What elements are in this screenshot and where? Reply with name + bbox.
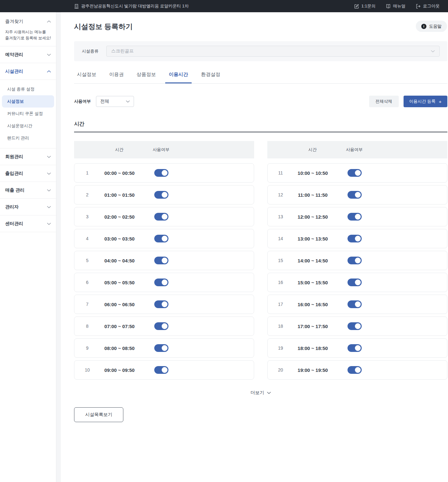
facility-submenu: 시설 종류 설정 시설정보 커뮤니티 쿠폰 설정 시설운영시간 핸드키 관리 <box>0 80 56 148</box>
sidebar-subitem-facility-info[interactable]: 시설정보 <box>2 95 54 108</box>
slot-number: 18 <box>268 324 293 329</box>
chevron-down-icon <box>431 50 435 52</box>
slot-enabled-toggle[interactable] <box>348 300 362 308</box>
time-slot-row: 12 11:00 ~ 11:50 <box>267 185 447 204</box>
logout-link[interactable]: 로그아웃 <box>416 3 440 9</box>
sidebar-item-access[interactable]: 출입관리 <box>0 165 56 182</box>
facility-type-select[interactable]: 스크린골프 <box>106 46 440 57</box>
slot-enabled-toggle[interactable] <box>348 169 362 177</box>
slot-enabled-toggle[interactable] <box>154 279 168 286</box>
slot-number: 2 <box>74 192 100 197</box>
slot-number: 17 <box>268 302 293 307</box>
chevron-up-icon <box>47 70 51 73</box>
slot-time-range: 12:00 ~ 12:50 <box>293 214 332 220</box>
slot-enabled-toggle[interactable] <box>154 191 168 199</box>
slot-time-range: 00:00 ~ 00:50 <box>100 170 139 176</box>
slot-enabled-toggle[interactable] <box>154 344 168 352</box>
sidebar-subitem-community-coupon[interactable]: 커뮤니티 쿠폰 설정 <box>2 108 54 120</box>
sidebar-subitem-facility-type[interactable]: 시설 종류 설정 <box>2 83 54 95</box>
sidebar-item-admin[interactable]: 관리자 <box>0 199 56 215</box>
sidebar: 즐겨찾기 자주 사용하시는 메뉴를 즐겨찾기로 등록해 보세요! 예약관리 시설… <box>0 12 56 482</box>
tab-product-info[interactable]: 상품정보 <box>137 71 156 83</box>
current-facility: 광주전남공동혁신도시 빛가람 대방엘리움 로얄카운티 1차 <box>74 3 189 9</box>
slot-enabled-toggle[interactable] <box>154 213 168 221</box>
sidebar-item-center[interactable]: 센터관리 <box>0 215 56 232</box>
tab-pass[interactable]: 이용권 <box>109 71 124 83</box>
sidebar-subitem-handkey[interactable]: 핸드키 관리 <box>2 132 54 144</box>
inquiry-link[interactable]: 1:1문의 <box>354 3 376 9</box>
plus-icon: + <box>439 99 442 104</box>
slot-time-range: 10:00 ~ 10:50 <box>293 170 332 176</box>
toggle-knob-icon <box>355 345 361 351</box>
tab-usage-time[interactable]: 이용시간 <box>165 71 192 83</box>
slot-enabled-toggle[interactable] <box>348 344 362 352</box>
slot-number: 20 <box>268 367 293 373</box>
slot-enabled-toggle[interactable] <box>348 257 362 264</box>
slot-enabled-toggle[interactable] <box>348 235 362 242</box>
sidebar-item-label: 관리자 <box>5 204 19 210</box>
tab-facility-info[interactable]: 시설정보 <box>77 71 96 83</box>
slot-enabled-toggle[interactable] <box>348 213 362 221</box>
slot-enabled-toggle[interactable] <box>154 169 168 177</box>
usage-filter-label: 사용여부 <box>74 99 91 104</box>
manual-link[interactable]: 매뉴얼 <box>386 3 405 9</box>
sidebar-subitem-operating-hours[interactable]: 시설운영시간 <box>2 120 54 132</box>
facility-name: 광주전남공동혁신도시 빛가람 대방엘리움 로얄카운티 1차 <box>81 3 189 9</box>
tab-environment[interactable]: 환경설정 <box>201 71 220 83</box>
slot-enabled-toggle[interactable] <box>154 366 168 374</box>
time-slot-row: 13 12:00 ~ 12:50 <box>267 207 447 226</box>
table-header: 시간 사용여부 <box>74 141 254 158</box>
sidebar-item-label: 매출 관리 <box>5 187 24 193</box>
facility-type-label: 시설종류 <box>82 48 99 54</box>
slot-enabled-toggle[interactable] <box>348 366 362 374</box>
chevron-down-icon <box>126 100 130 103</box>
slot-enabled-toggle[interactable] <box>154 257 168 264</box>
slot-enabled-toggle[interactable] <box>154 300 168 308</box>
register-usage-time-button[interactable]: 이용시간 등록 + <box>404 96 447 107</box>
slot-enabled-toggle[interactable] <box>348 279 362 286</box>
time-slot-row: 9 08:00 ~ 08:50 <box>74 338 254 358</box>
time-slot-row: 19 18:00 ~ 18:50 <box>267 338 447 358</box>
toggle-knob-icon <box>162 192 167 198</box>
slot-enabled-toggle[interactable] <box>348 322 362 330</box>
facility-list-button[interactable]: 시설목록보기 <box>74 407 123 422</box>
sidebar-item-reservation[interactable]: 예약관리 <box>0 46 56 63</box>
slot-enabled-toggle[interactable] <box>348 191 362 199</box>
toggle-knob-icon <box>355 258 361 263</box>
slot-number: 4 <box>74 236 100 241</box>
subitem-label: 시설 종류 설정 <box>7 86 34 92</box>
sidebar-item-sales[interactable]: 매출 관리 <box>0 182 56 199</box>
chevron-down-icon <box>47 156 51 158</box>
toggle-knob-icon <box>355 301 361 307</box>
time-slot-row: 6 05:00 ~ 05:50 <box>74 273 254 292</box>
time-slot-row: 5 04:00 ~ 04:50 <box>74 251 254 270</box>
delete-all-button[interactable]: 전체삭제 <box>369 96 399 107</box>
slot-time-range: 14:00 ~ 14:50 <box>293 258 332 263</box>
book-icon <box>386 4 391 9</box>
sidebar-item-facility[interactable]: 시설관리 <box>0 63 56 80</box>
building-icon <box>74 4 79 9</box>
help-label: 도움말 <box>429 24 442 29</box>
logout-icon <box>416 4 421 9</box>
usage-filter-select[interactable]: 전체 <box>96 96 134 107</box>
sidebar-item-label: 센터관리 <box>5 221 23 227</box>
col-header-time: 시간 <box>100 147 138 153</box>
show-more-button[interactable]: 더보기 <box>74 390 447 396</box>
sidebar-item-members[interactable]: 회원관리 <box>0 148 56 165</box>
col-header-time: 시간 <box>293 147 332 153</box>
sidebar-item-label: 회원관리 <box>5 154 23 160</box>
help-button[interactable]: i 도움말 <box>416 21 447 32</box>
show-more-label: 더보기 <box>251 390 264 396</box>
slot-enabled-toggle[interactable] <box>154 235 168 242</box>
slot-time-range: 08:00 ~ 08:50 <box>100 345 139 351</box>
edit-icon <box>354 4 359 9</box>
favorites-header[interactable]: 즐겨찾기 <box>0 12 56 24</box>
slot-time-range: 01:00 ~ 01:50 <box>100 192 139 198</box>
time-slot-row: 1 00:00 ~ 00:50 <box>74 163 254 183</box>
time-slot-row: 7 06:00 ~ 06:50 <box>74 295 254 314</box>
slot-number: 5 <box>74 258 100 263</box>
slot-enabled-toggle[interactable] <box>154 322 168 330</box>
toggle-knob-icon <box>355 323 361 329</box>
time-slot-row: 8 07:00 ~ 07:50 <box>74 317 254 336</box>
time-slot-row: 16 15:00 ~ 15:50 <box>267 273 447 292</box>
